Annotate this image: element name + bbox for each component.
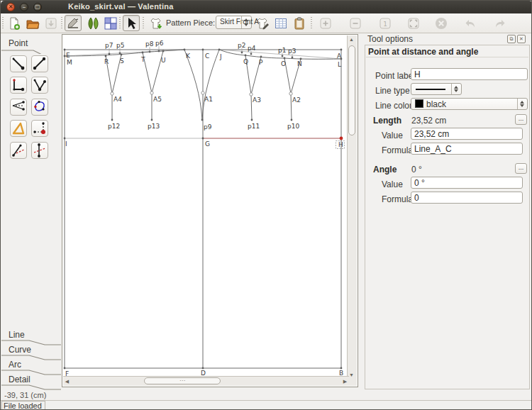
pattern-point-K[interactable] bbox=[184, 49, 186, 51]
pattern-properties-button[interactable] bbox=[254, 15, 271, 31]
pattern-point-E[interactable] bbox=[64, 49, 66, 51]
pattern-point-p3[interactable] bbox=[292, 57, 294, 59]
point-intersect-xy-tool-button[interactable] bbox=[31, 120, 48, 137]
tab-arc[interactable]: Arc bbox=[1, 360, 61, 375]
dock-close-icon[interactable]: ✕ bbox=[517, 35, 526, 43]
pattern-point-C[interactable] bbox=[202, 49, 204, 51]
pattern-piece-combobox[interactable]: Skirt Front A bbox=[216, 16, 252, 29]
pattern-point-A2[interactable] bbox=[289, 92, 292, 95]
window-close-button[interactable]: ✕ bbox=[6, 3, 15, 11]
drawing-canvas[interactable]: EMp7p5RSp8p6TUKCJp2p4QPp1p3ONALA4A5A1A3A… bbox=[62, 34, 358, 387]
toolbar-grip[interactable] bbox=[2, 17, 4, 29]
pattern-point-p5[interactable] bbox=[119, 52, 121, 55]
triangle-tool-button[interactable] bbox=[10, 120, 27, 137]
length-value-input[interactable]: 23,52 cm bbox=[411, 128, 523, 140]
curve-tool-button[interactable] bbox=[31, 99, 48, 116]
pattern-point-A3[interactable] bbox=[250, 93, 253, 96]
new-document-button[interactable] bbox=[6, 15, 23, 31]
zoom-out-button[interactable] bbox=[347, 15, 364, 31]
details-mode-button[interactable] bbox=[84, 15, 101, 31]
undo-button[interactable] bbox=[462, 15, 479, 31]
shoulder-point-tool-button[interactable] bbox=[10, 99, 27, 116]
horizontal-scrollbar[interactable]: ◀ ⋯ ▶ bbox=[63, 376, 349, 386]
toolbar-grip[interactable] bbox=[311, 17, 312, 29]
pattern-point-A4[interactable] bbox=[111, 92, 113, 95]
bisector-tool-button[interactable] bbox=[31, 77, 48, 94]
pattern-point-L[interactable] bbox=[340, 58, 343, 60]
toolbar-grip[interactable] bbox=[119, 17, 121, 29]
line-tool-button[interactable] bbox=[31, 55, 48, 72]
pattern-point-T[interactable] bbox=[142, 52, 144, 54]
zoom-original-button[interactable]: 1 bbox=[377, 15, 394, 31]
pattern-point-M[interactable] bbox=[64, 55, 66, 57]
height-tool-button[interactable] bbox=[10, 142, 27, 159]
arrow-pointer-button[interactable] bbox=[123, 15, 140, 31]
combo-spinner-icon[interactable] bbox=[451, 84, 461, 94]
line-type-combobox[interactable] bbox=[411, 83, 462, 95]
table-button[interactable] bbox=[272, 15, 289, 31]
pattern-point-G[interactable] bbox=[202, 138, 204, 140]
line-color-combobox[interactable]: black bbox=[411, 98, 528, 110]
pattern-point-I[interactable] bbox=[64, 138, 66, 140]
tab-line[interactable]: Line bbox=[1, 330, 61, 345]
tab-detail[interactable]: Detail bbox=[1, 375, 61, 390]
pattern-point-H[interactable] bbox=[340, 137, 343, 140]
pattern-point-p8[interactable] bbox=[149, 51, 151, 53]
along-line-tool-button[interactable] bbox=[10, 77, 27, 94]
pattern-point-D[interactable] bbox=[202, 367, 204, 370]
draw-mode-button[interactable] bbox=[65, 15, 82, 31]
redo-button[interactable] bbox=[492, 15, 509, 31]
pattern-point-p12[interactable] bbox=[111, 119, 113, 121]
scroll-up-icon[interactable]: ▲ bbox=[348, 35, 355, 43]
pattern-point-J[interactable] bbox=[218, 49, 221, 51]
pattern-point-p13[interactable] bbox=[151, 119, 153, 121]
pattern-point-P[interactable] bbox=[260, 56, 262, 58]
pattern-point-R[interactable] bbox=[105, 55, 107, 57]
vertical-scroll-thumb[interactable] bbox=[348, 45, 355, 135]
dock-float-icon[interactable]: ⧉ bbox=[507, 35, 516, 43]
cancel-tool-button[interactable] bbox=[433, 15, 450, 31]
pattern-point-Q[interactable] bbox=[245, 55, 247, 57]
pattern-point-p9[interactable] bbox=[201, 119, 204, 121]
angle-value-input[interactable]: 0 ° bbox=[411, 177, 523, 189]
length-formula-input[interactable]: Line_A_C bbox=[411, 143, 523, 155]
toolbar-grip[interactable] bbox=[143, 17, 144, 29]
pattern-point-B[interactable] bbox=[340, 367, 343, 370]
zoom-in-button[interactable] bbox=[317, 15, 334, 31]
scroll-left-icon[interactable]: ◀ bbox=[63, 377, 71, 385]
pattern-point-p2[interactable] bbox=[241, 52, 243, 54]
length-formula-button[interactable]: ... bbox=[515, 114, 527, 125]
clipboard-button[interactable] bbox=[291, 15, 308, 31]
horizontal-scroll-thumb[interactable]: ⋯ bbox=[144, 377, 221, 384]
line-intersect-axis-tool-button[interactable] bbox=[31, 142, 48, 159]
pattern-point-N[interactable] bbox=[300, 58, 302, 60]
new-pattern-piece-button[interactable] bbox=[148, 15, 165, 31]
vertical-scrollbar[interactable]: ▲ ▼ bbox=[347, 35, 357, 379]
window-minimize-button[interactable]: – bbox=[20, 3, 28, 11]
save-button[interactable] bbox=[43, 15, 60, 31]
angle-formula-input[interactable]: 0 bbox=[411, 192, 523, 204]
endline-tool-button[interactable] bbox=[10, 55, 27, 72]
pattern-point-p1[interactable] bbox=[282, 55, 284, 57]
open-file-button[interactable] bbox=[24, 15, 41, 31]
window-maximize-button[interactable]: ▢ bbox=[33, 3, 42, 11]
pattern-point-p4[interactable] bbox=[250, 53, 253, 55]
combo-spinner-icon[interactable] bbox=[241, 16, 251, 28]
pattern-point-U[interactable] bbox=[162, 50, 165, 52]
pattern-point-A1[interactable] bbox=[201, 92, 204, 94]
tab-point[interactable]: Point bbox=[1, 38, 61, 54]
pattern-point-p11[interactable] bbox=[251, 119, 253, 121]
pattern-point-p10[interactable] bbox=[291, 119, 293, 121]
pattern-point-O[interactable] bbox=[284, 57, 286, 60]
pattern-point-p7[interactable] bbox=[109, 53, 111, 55]
combo-spinner-icon[interactable] bbox=[517, 99, 527, 109]
pattern-point-F[interactable] bbox=[64, 367, 66, 370]
point-label-input[interactable]: H bbox=[411, 68, 528, 80]
pattern-point-A5[interactable] bbox=[150, 92, 153, 94]
pattern-point-A[interactable] bbox=[340, 49, 343, 51]
pattern-point-S[interactable] bbox=[121, 54, 123, 56]
toolbar-grip[interactable] bbox=[61, 17, 62, 29]
tab-curve[interactable]: Curve bbox=[1, 345, 61, 360]
layout-mode-button[interactable] bbox=[102, 15, 119, 31]
angle-formula-button[interactable]: ... bbox=[515, 163, 527, 174]
